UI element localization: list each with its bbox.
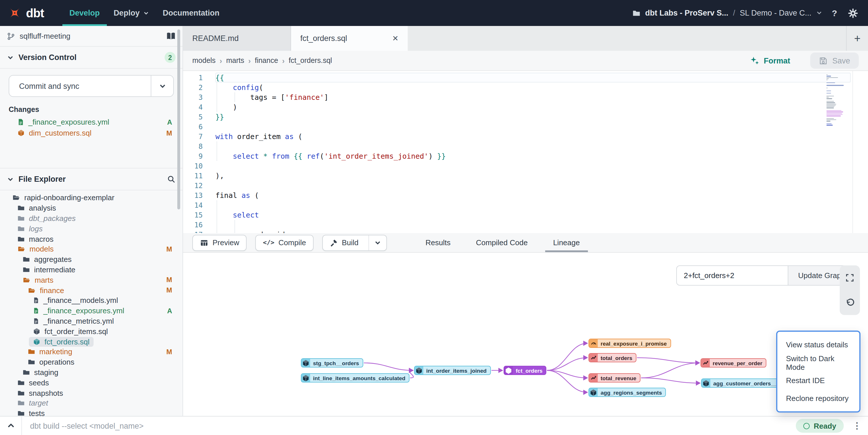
fullscreen-button[interactable]: [843, 271, 857, 285]
chevron-down-icon: [143, 10, 149, 16]
folder-icon: [23, 369, 30, 376]
tree-item-operations[interactable]: operations: [0, 357, 183, 368]
menu-item-restart-ide[interactable]: Restart IDE: [777, 374, 859, 388]
tab-results[interactable]: Results: [413, 233, 463, 252]
code-editor[interactable]: 1{{2 config(3 tags = ['finance']4 )5}}67…: [183, 71, 868, 233]
lineage-selector-input[interactable]: [676, 265, 788, 286]
tree-item-finance[interactable]: financeM: [0, 285, 183, 295]
expand-command-panel-button[interactable]: [0, 416, 22, 435]
tree-item-marketing[interactable]: marketingM: [0, 347, 183, 357]
changed-file-row[interactable]: _finance_exposures.yml A: [0, 116, 183, 128]
tree-item-dbt_packages[interactable]: dbt_packages: [0, 213, 183, 224]
file-explorer-header[interactable]: File Explorer: [0, 168, 183, 190]
tree-item-_finance_exposures.yml[interactable]: _finance_exposures.ymlA: [0, 306, 183, 316]
dbt-logo[interactable]: dbt: [0, 0, 52, 26]
commit-dropdown-toggle[interactable]: [151, 75, 173, 96]
editor-scrollbar-rail[interactable]: [852, 71, 853, 233]
compile-button[interactable]: </> Compile: [255, 235, 314, 251]
code-line: 1{{: [183, 73, 868, 82]
file-search-button[interactable]: [167, 175, 176, 183]
file-icon: [33, 307, 39, 314]
save-button[interactable]: Save: [810, 53, 859, 69]
nav-develop[interactable]: Develop: [62, 0, 106, 26]
trend-icon: [701, 359, 710, 367]
lineage-node-revenue_per_order[interactable]: revenue_per_order: [701, 358, 766, 368]
settings-gear-button[interactable]: [847, 7, 859, 19]
lineage-node-stg_tpch__orders[interactable]: stg_tpch__orders: [301, 358, 363, 368]
tree-item-label: _finance_exposures.yml: [43, 306, 124, 315]
help-button[interactable]: ?: [828, 7, 841, 19]
version-control-header[interactable]: Version Control 2: [0, 47, 183, 69]
command-input[interactable]: [22, 416, 796, 435]
commit-and-sync-button[interactable]: Commit and sync: [9, 75, 174, 97]
code-line: 4 ): [183, 102, 868, 112]
tree-item-aggregates[interactable]: aggregates: [0, 255, 183, 265]
tree-item-staging[interactable]: staging: [0, 367, 183, 378]
tree-item-_finance__models.yml[interactable]: _finance__models.yml: [0, 295, 183, 306]
lineage-node-agg_regions_segments[interactable]: agg_regions_segments: [588, 388, 666, 397]
changed-file-row[interactable]: dim_customers.sql M: [0, 128, 183, 138]
branch-selector[interactable]: sqlfluff-meeting: [0, 26, 183, 47]
tab-lineage[interactable]: Lineage: [540, 233, 592, 252]
ready-label: Ready: [814, 422, 836, 430]
docs-book-button[interactable]: [166, 32, 176, 40]
line-number: 2: [183, 83, 203, 92]
lineage-node-int_line_items_amounts_calculated[interactable]: int_line_items_amounts_calculated: [301, 373, 409, 382]
kebab-menu[interactable]: ⋮: [851, 421, 863, 431]
trend-icon: [589, 374, 598, 382]
tree-item-snapshots[interactable]: snapshots: [0, 388, 183, 398]
folder-open-icon: [23, 276, 31, 284]
account-project-selector[interactable]: dbt Labs - ProServ S... / SL Demo - Dave…: [632, 9, 823, 17]
git-branch-icon: [7, 32, 15, 40]
lineage-node-real_exposure_i_promise[interactable]: real_exposure_i_promise: [588, 339, 671, 348]
tab-compiled-code[interactable]: Compiled Code: [463, 233, 540, 252]
changes-count-badge: 2: [164, 52, 176, 63]
tree-item-seeds[interactable]: seeds: [0, 378, 183, 388]
tree-item-target[interactable]: target: [0, 398, 183, 408]
lineage-node-fct_orders[interactable]: fct_orders: [504, 366, 547, 375]
tab-readme[interactable]: README.md: [183, 26, 291, 51]
git-status-badge: M: [166, 276, 172, 284]
tree-item-fct_orders.sql[interactable]: fct_orders.sql: [0, 336, 183, 347]
tree-item-label: marts: [35, 276, 54, 285]
table-preview-icon: [200, 239, 209, 247]
build-dropdown-toggle[interactable]: [368, 235, 386, 250]
tree-item-_finance_metrics.yml[interactable]: _finance_metrics.yml: [0, 316, 183, 326]
preview-button[interactable]: Preview: [192, 235, 247, 251]
lineage-node-total_revenue[interactable]: total_revenue: [588, 373, 641, 382]
lineage-node-int_order_items_joined[interactable]: int_order_items_joined: [414, 366, 491, 375]
minimap[interactable]: [827, 74, 846, 126]
tree-item-macros[interactable]: macros: [0, 234, 183, 244]
build-button[interactable]: Build: [322, 235, 387, 251]
separator: /: [733, 9, 735, 17]
tree-item-analysis[interactable]: analysis: [0, 203, 183, 213]
tree-item-fct_order_items.sql[interactable]: fct_order_items.sql: [0, 326, 183, 337]
tree-item-logs[interactable]: logs: [0, 224, 183, 234]
menu-item-reclone-repo[interactable]: Reclone repository: [777, 391, 859, 405]
code-icon: </>: [263, 239, 275, 246]
menu-item-view-status[interactable]: View status details: [777, 338, 859, 352]
tree-item-tests[interactable]: tests: [0, 408, 183, 416]
line-number: 5: [183, 113, 203, 121]
tree-item-rapid-onboarding-exemplar[interactable]: rapid-onboarding-exemplar: [0, 193, 183, 203]
lineage-node-total_orders[interactable]: total_orders: [588, 353, 637, 362]
tab-fct-orders[interactable]: fct_orders.sql ✕: [291, 26, 408, 51]
changed-file-name: _finance_exposures.yml: [28, 118, 109, 126]
reset-graph-button[interactable]: [843, 296, 857, 309]
new-tab-button[interactable]: +: [846, 26, 868, 51]
tree-scrollbar[interactable]: [177, 29, 180, 209]
graph-tools: [840, 265, 860, 315]
changed-file-name: dim_customers.sql: [29, 129, 92, 137]
status-badge[interactable]: Ready: [796, 419, 844, 433]
tree-item-label: models: [29, 245, 54, 254]
tree-item-models[interactable]: modelsM: [0, 244, 183, 255]
tree-item-intermediate[interactable]: intermediate: [0, 265, 183, 275]
nav-deploy[interactable]: Deploy: [106, 0, 156, 26]
nav-documentation[interactable]: Documentation: [156, 0, 226, 26]
close-tab-icon[interactable]: ✕: [386, 34, 399, 43]
code-line: 13final as (: [183, 190, 868, 200]
changes-label: Changes: [0, 101, 183, 116]
format-button[interactable]: Format: [750, 56, 790, 65]
menu-item-dark-mode[interactable]: Switch to Dark Mode: [777, 356, 859, 370]
tree-item-marts[interactable]: martsM: [0, 275, 183, 285]
